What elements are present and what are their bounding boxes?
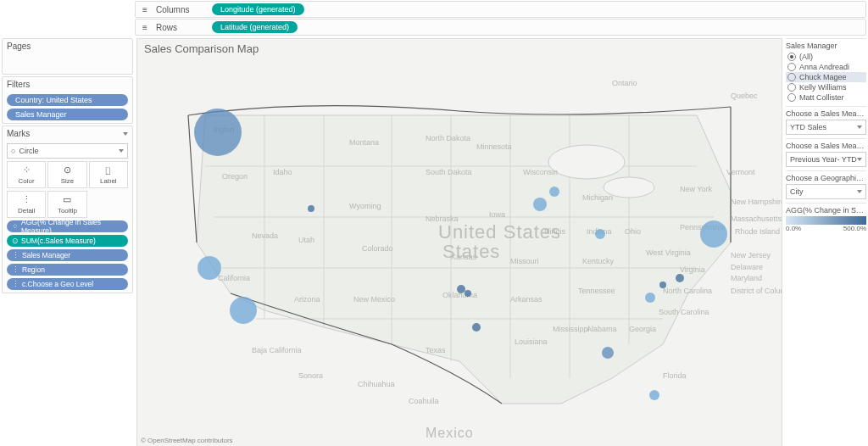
bubble-fl[interactable]	[649, 390, 659, 400]
bubble-chicago[interactable]	[533, 198, 547, 211]
svg-text:California: California	[218, 274, 250, 282]
pages-title: Pages	[7, 42, 31, 51]
dropdown-geo-level[interactable]: City	[786, 184, 866, 199]
rows-label: Rows	[156, 23, 207, 32]
mark-pill-region[interactable]: ⋮Region	[7, 264, 128, 276]
marks-title: Marks	[7, 129, 30, 138]
svg-text:Kansas: Kansas	[451, 253, 477, 261]
legend-gradient	[786, 216, 866, 225]
svg-text:Mexico: Mexico	[426, 426, 474, 440]
svg-text:Quebec: Quebec	[731, 92, 758, 100]
mark-pill-geo[interactable]: ⋮c.Choose a Geo Level	[7, 278, 128, 290]
svg-text:New York: New York	[680, 185, 713, 193]
color-legend: AGG(% Change in Sale... 0.0%500.0%	[786, 203, 866, 232]
svg-text:North
Dakota: North Dakota	[426, 134, 470, 142]
filters-card: Filters Country: United States Sales Man…	[2, 76, 133, 124]
chevron-down-icon[interactable]	[123, 132, 128, 136]
marks-tooltip-button[interactable]: ▭Tooltip	[47, 191, 86, 218]
marks-detail-button[interactable]: ⋮Detail	[7, 191, 46, 218]
radio-icon	[787, 73, 796, 81]
bubble-la[interactable]	[230, 297, 257, 324]
radio-matt[interactable]: Matt Collister	[786, 92, 866, 103]
svg-text:Mississippi: Mississippi	[553, 325, 590, 333]
svg-text:Wisconsin: Wisconsin	[523, 168, 558, 176]
radio-kelly[interactable]: Kelly Williams	[786, 82, 866, 92]
columns-icon: ≡	[139, 5, 151, 14]
bubble-okc[interactable]	[457, 285, 465, 293]
detail-icon: ⋮	[12, 280, 19, 288]
mark-pill-mgr[interactable]: ⋮Sales Manager	[7, 249, 128, 261]
detail-icon: ⋮	[12, 251, 19, 259]
svg-text:Colorado: Colorado	[362, 244, 393, 253]
bubble-dallas[interactable]	[472, 323, 481, 332]
mark-pill-agg[interactable]: ⁘AGG(% Change in Sales Measure)	[7, 220, 128, 232]
svg-text:Maryland: Maryland	[731, 274, 762, 282]
bubble-nyc[interactable]	[700, 220, 727, 248]
bubble-nc[interactable]	[645, 293, 655, 303]
chevron-down-icon	[857, 125, 862, 129]
bubble-sf[interactable]	[198, 256, 221, 280]
marks-label-button[interactable]: ⌷Label	[89, 161, 128, 188]
svg-text:Tennessee: Tennessee	[578, 287, 615, 295]
svg-text:New Jersey: New Jersey	[731, 251, 771, 259]
svg-text:Coahuila: Coahuila	[409, 397, 439, 405]
bubble-seattle[interactable]	[194, 109, 242, 156]
radio-icon	[787, 93, 796, 102]
filter-country[interactable]: Country: United States	[7, 94, 128, 106]
marks-size-button[interactable]: ⊙Size	[47, 161, 86, 188]
color-icon: ⁘	[23, 164, 31, 176]
radio-anna[interactable]: Anna Andreadi	[786, 62, 866, 72]
bubble-mil[interactable]	[549, 187, 559, 197]
map-viz[interactable]: Sales Comparison Map Un	[136, 38, 782, 446]
pill-longitude[interactable]: Longitude (generated)	[212, 3, 304, 15]
filters-title: Filters	[7, 80, 30, 89]
bubble-ok2[interactable]	[465, 290, 471, 297]
svg-text:Delaware: Delaware	[731, 263, 763, 271]
radio-chuck[interactable]: Chuck Magee	[786, 72, 866, 82]
svg-text:Vermont: Vermont	[726, 168, 755, 176]
svg-text:Missouri: Missouri	[510, 257, 539, 265]
filter-sales-manager: Sales Manager (All) Anna Andreadi Chuck …	[786, 38, 866, 103]
circle-icon: ○	[11, 147, 15, 155]
chevron-down-icon	[119, 149, 124, 153]
size-icon: ⊙	[64, 164, 71, 176]
svg-text:Nevada: Nevada	[252, 231, 278, 240]
svg-text:North
Carolina: North Carolina	[663, 287, 712, 295]
svg-text:Sonora: Sonora	[298, 371, 323, 380]
mark-pill-sum[interactable]: ⊙SUM(c.Sales Measure)	[7, 235, 128, 247]
map-canvas[interactable]: United States States Mexico Ontario Queb…	[137, 39, 782, 446]
pill-latitude[interactable]: Latitude (generated)	[212, 21, 298, 33]
svg-text:Minnesota: Minnesota	[476, 142, 512, 151]
radio-all[interactable]: (All)	[786, 52, 866, 62]
rows-icon: ≡	[139, 23, 151, 32]
dropdown-compare-measure[interactable]: Previous Year- YTD	[786, 152, 866, 167]
svg-text:Arkansas: Arkansas	[510, 295, 542, 304]
svg-text:Iowa: Iowa	[489, 210, 505, 219]
svg-text:New Hampshire: New Hampshire	[731, 198, 782, 206]
svg-text:Arizona: Arizona	[294, 295, 320, 304]
columns-shelf[interactable]: ≡ Columns Longitude (generated)	[135, 1, 866, 18]
map-attribution: © OpenStreetMap contributors	[141, 437, 233, 444]
svg-text:Virginia: Virginia	[680, 265, 705, 274]
label-icon: ⌷	[105, 165, 111, 176]
svg-text:South
Dakota: South Dakota	[426, 168, 472, 176]
bubble-dc[interactable]	[676, 274, 684, 282]
mark-type-dropdown[interactable]: ○Circle	[7, 143, 128, 159]
bubble-indy[interactable]	[595, 229, 605, 239]
bubble-va[interactable]	[659, 282, 666, 288]
chevron-down-icon	[857, 158, 862, 161]
pages-card: Pages	[2, 38, 133, 75]
filter-manager[interactable]: Sales Manager	[7, 109, 128, 120]
svg-text:Texas: Texas	[426, 346, 446, 354]
chevron-down-icon	[857, 190, 862, 193]
svg-text:Kentucky: Kentucky	[582, 257, 615, 265]
size-icon: ⊙	[12, 237, 19, 245]
marks-color-button[interactable]: ⁘Color	[7, 161, 46, 188]
dropdown-sales-measure[interactable]: YTD Sales	[786, 120, 866, 135]
svg-text:New
Mexico: New Mexico	[353, 295, 395, 304]
bubble-slc[interactable]	[308, 205, 314, 212]
svg-text:Florida: Florida	[663, 371, 687, 380]
rows-shelf[interactable]: ≡ Rows Latitude (generated)	[135, 19, 866, 36]
svg-text:Ontario: Ontario	[612, 79, 637, 87]
bubble-atl[interactable]	[602, 347, 614, 359]
